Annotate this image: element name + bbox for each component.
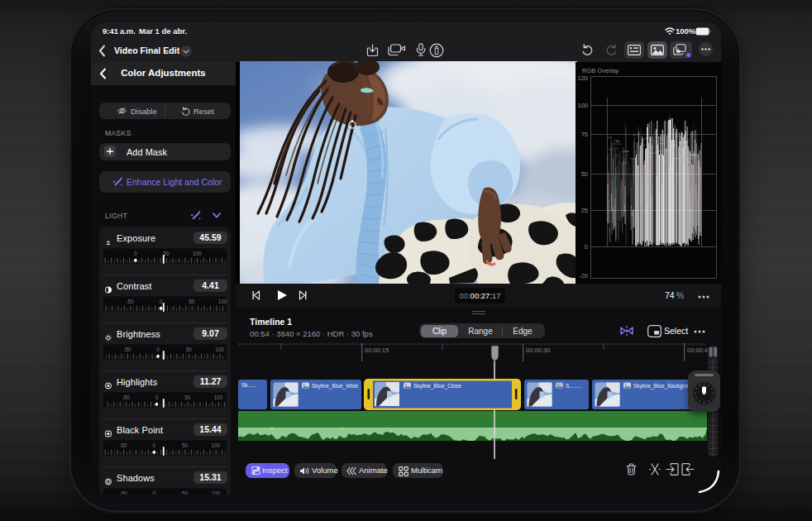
svg-text:Skyline_Blue_Wide: Skyline_Blue_Wide bbox=[312, 383, 358, 390]
svg-text:00:00:30: 00:00:30 bbox=[526, 347, 550, 354]
svg-text:00:00:45: 00:00:45 bbox=[687, 347, 711, 354]
svg-text:Skyline_Blue_Close: Skyline_Blue_Close bbox=[413, 383, 461, 390]
svg-text:Skyline_Blue_Backgrou: Skyline_Blue_Backgrou bbox=[633, 383, 690, 390]
svg-text:00:00:15: 00:00:15 bbox=[365, 347, 389, 354]
svg-text:S........: S........ bbox=[566, 383, 581, 389]
svg-text:Sk......: Sk...... bbox=[241, 382, 257, 388]
